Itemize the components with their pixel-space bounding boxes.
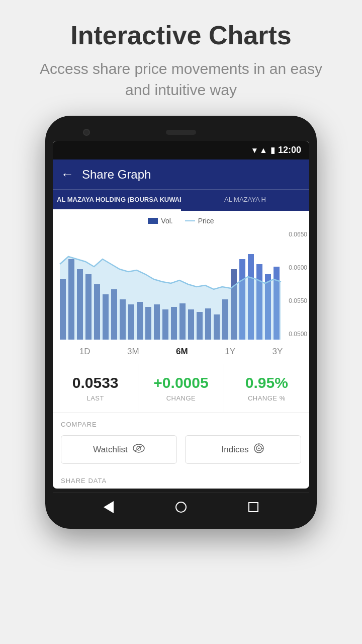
legend-price-label: Price — [198, 217, 214, 225]
phone-screen: ▾ ▲ ▮ 12:00 ← Share Graph AL MAZAYA HOLD… — [53, 141, 309, 489]
phone-speaker — [166, 130, 196, 135]
phone-top-bezel — [53, 126, 309, 141]
phone-nav-bar — [53, 493, 309, 521]
y-axis-1: 0.0650 — [284, 231, 307, 238]
status-bar: ▾ ▲ ▮ 12:00 — [53, 141, 309, 159]
chart-legend: Vol. Price — [53, 215, 309, 229]
nav-home-button[interactable] — [175, 502, 187, 513]
share-data-section: SHARE DATA — [53, 470, 309, 489]
y-axis-2: 0.0600 — [284, 264, 307, 271]
status-time: 12:00 — [278, 145, 301, 155]
phone-camera — [83, 129, 90, 136]
period-1d[interactable]: 1D — [74, 345, 96, 359]
page-title: Interactive Charts — [30, 20, 332, 50]
period-1y[interactable]: 1Y — [220, 345, 240, 359]
stat-last-value: 0.0533 — [57, 374, 134, 391]
stats-row: 0.0533 LAST +0.0005 CHANGE 0.95% CHANGE … — [53, 364, 309, 413]
y-axis: 0.0650 0.0600 0.0550 0.0500 — [284, 229, 309, 340]
back-button[interactable]: ← — [61, 167, 74, 182]
period-3y[interactable]: 3Y — [267, 345, 288, 359]
y-axis-4: 0.0500 — [284, 331, 307, 338]
period-6m[interactable]: 6M — [171, 345, 193, 359]
wifi-icon: ▾ — [252, 145, 256, 155]
legend-vol-box — [148, 218, 158, 224]
nav-back-button[interactable] — [104, 501, 114, 513]
tab-stock-secondary[interactable]: AL MAZAYA H — [181, 190, 309, 211]
legend-price-line — [185, 220, 195, 221]
chart-svg — [57, 229, 284, 340]
period-selector: 1D 3M 6M 1Y 3Y — [53, 340, 309, 364]
stat-last: 0.0533 LAST — [53, 364, 138, 412]
stat-change-pct-label: CHANGE % — [228, 394, 305, 402]
legend-price: Price — [185, 217, 214, 225]
page-subtitle: Access share price movements in an easy … — [30, 58, 332, 101]
app-bar-title: Share Graph — [82, 168, 151, 182]
app-bar: ← Share Graph — [53, 159, 309, 189]
stat-change-pct: 0.95% CHANGE % — [224, 364, 309, 412]
svg-point-32 — [258, 448, 260, 449]
compare-buttons: Watchlist Indices — [61, 435, 301, 464]
battery-icon: ▮ — [270, 145, 275, 155]
chart-area[interactable]: 0.0650 0.0600 0.0550 0.0500 — [53, 229, 309, 340]
indices-label: Indices — [222, 445, 249, 455]
tab-bar: AL MAZAYA HOLDING (BOURSA KUWAIT) AL MAZ… — [53, 189, 309, 211]
stat-last-label: LAST — [57, 394, 134, 402]
legend-vol: Vol. — [148, 217, 172, 225]
indices-icon — [253, 443, 264, 456]
watchlist-label: Watchlist — [93, 445, 127, 455]
indices-button[interactable]: Indices — [185, 435, 301, 464]
legend-vol-label: Vol. — [161, 217, 172, 225]
y-axis-3: 0.0550 — [284, 297, 307, 304]
compare-section: COMPARE Watchlist Indices — [53, 413, 309, 470]
tab-stock-primary[interactable]: AL MAZAYA HOLDING (BOURSA KUWAIT) — [53, 190, 181, 211]
nav-recents-button[interactable] — [248, 502, 258, 512]
share-data-label: SHARE DATA — [61, 477, 301, 485]
stat-change-label: CHANGE — [142, 394, 219, 402]
signal-icon: ▲ — [259, 146, 267, 155]
stat-change: +0.0005 CHANGE — [138, 364, 224, 412]
watchlist-button[interactable]: Watchlist — [61, 435, 177, 464]
period-3m[interactable]: 3M — [122, 345, 144, 359]
stat-change-pct-value: 0.95% — [228, 374, 305, 391]
page-header: Interactive Charts Access share price mo… — [0, 0, 362, 116]
stat-change-value: +0.0005 — [142, 374, 219, 391]
compare-label: COMPARE — [61, 421, 301, 428]
chart-container: Vol. Price — [53, 211, 309, 340]
status-icons: ▾ ▲ ▮ 12:00 — [252, 145, 301, 155]
watchlist-icon — [133, 444, 145, 455]
phone-frame: ▾ ▲ ▮ 12:00 ← Share Graph AL MAZAYA HOLD… — [45, 116, 317, 529]
